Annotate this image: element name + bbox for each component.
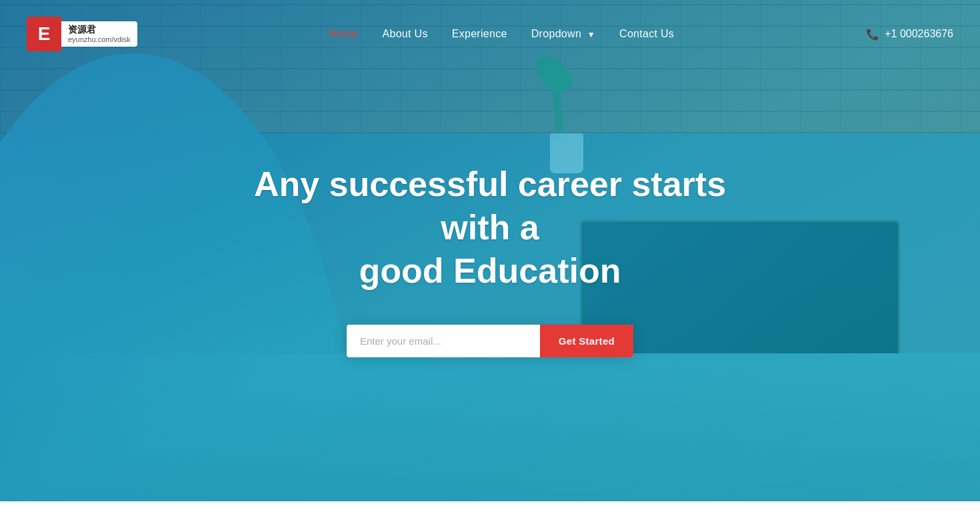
phone-number: +1 000263676	[885, 28, 953, 40]
get-started-button[interactable]: Get Started	[540, 325, 633, 357]
nav-links: Home About Us Experience Dropdown ▼ Cont…	[329, 28, 675, 40]
nav-item-experience[interactable]: Experience	[452, 28, 507, 40]
email-input[interactable]	[347, 325, 540, 357]
nav-item-contact[interactable]: Contact Us	[619, 28, 674, 40]
logo-letter: E	[27, 17, 61, 51]
nav-link-home[interactable]: Home	[329, 28, 359, 39]
logo[interactable]: E 资源君 eyunzhu.com/vdisk	[27, 17, 137, 51]
hero-form: Get Started	[347, 325, 633, 357]
nav-link-contact[interactable]: Contact Us	[619, 28, 674, 39]
phone-block[interactable]: 📞 +1 000263676	[866, 28, 953, 41]
logo-name: 资源君	[68, 24, 131, 35]
nav-link-about[interactable]: About Us	[382, 28, 427, 39]
chevron-down-icon: ▼	[587, 30, 595, 39]
nav-item-home[interactable]: Home	[329, 28, 359, 40]
hero-title: Any successful career starts with a good…	[240, 163, 740, 293]
nav-link-experience[interactable]: Experience	[452, 28, 507, 39]
logo-url: eyunzhu.com/vdisk	[68, 35, 131, 44]
nav-item-about[interactable]: About Us	[382, 28, 427, 40]
phone-icon: 📞	[866, 28, 879, 41]
nav-item-dropdown[interactable]: Dropdown ▼	[531, 28, 595, 40]
hero-content: Any successful career starts with a good…	[240, 163, 740, 357]
hero-section: E 资源君 eyunzhu.com/vdisk Home About Us Ex…	[0, 0, 980, 520]
nav-link-dropdown[interactable]: Dropdown ▼	[531, 28, 595, 39]
logo-text: 资源君 eyunzhu.com/vdisk	[61, 21, 137, 47]
navbar: E 资源君 eyunzhu.com/vdisk Home About Us Ex…	[0, 0, 980, 68]
bottom-bar	[0, 501, 980, 520]
